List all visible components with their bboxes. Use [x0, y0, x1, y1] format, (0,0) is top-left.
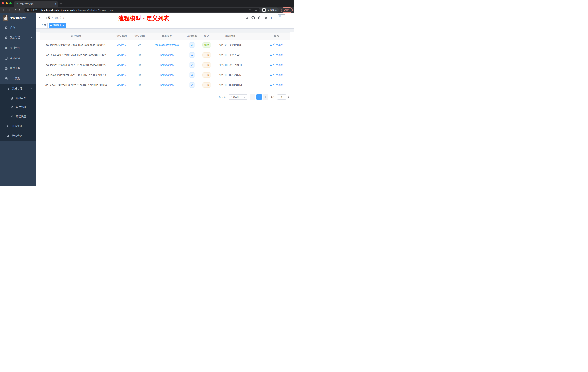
definition-name-link[interactable]: OA 请假 [117, 43, 126, 46]
chevron-down-icon [30, 125, 32, 128]
window-controls[interactable] [2, 2, 12, 4]
user-avatar[interactable] [278, 14, 285, 21]
goto-page-input[interactable] [277, 94, 286, 99]
sidebar-item-process-form[interactable]: 流程表单 [0, 94, 36, 103]
not-secure-warning-icon[interactable] [27, 8, 29, 12]
sidebar-item-process-model[interactable]: 流程模型 [0, 112, 36, 121]
definition-category: OA [138, 64, 141, 66]
sidebar-item-task-management[interactable]: 任务管理 [0, 121, 36, 131]
tab-search-chevron-icon[interactable] [289, 2, 291, 6]
sidebar-item-infrastructure[interactable]: 基础设施 [0, 53, 36, 63]
tag-process-definition[interactable]: 流程定义 ✕ [49, 23, 66, 28]
filler-cell [246, 70, 263, 80]
deploy-time: 2022-01-22 19:19:11 [219, 64, 242, 66]
definition-name-link[interactable]: OA 请假 [117, 63, 126, 66]
back-button[interactable] [1, 8, 6, 12]
home-button[interactable] [18, 8, 22, 12]
forward-button[interactable] [7, 8, 12, 12]
definition-category-cell: OA [131, 70, 148, 80]
sidebar-toggle-hamburger-icon[interactable] [36, 13, 45, 22]
chevron-down-icon [30, 67, 32, 70]
deploy-time: 2022-01-16 17:46:53 [219, 74, 242, 77]
assign-rule-button[interactable]: 分配规则 [270, 53, 283, 57]
definition-name-cell: OA 请假 [112, 60, 131, 70]
person-icon [270, 74, 272, 77]
status-badge: 挂起 [202, 72, 211, 77]
sidebar-item-dev-tools[interactable]: 研发工具 [0, 63, 36, 73]
help-question-icon[interactable] [258, 16, 262, 20]
browser-tab[interactable]: 芋道管理系统 ✕ [14, 1, 58, 7]
form-info-link[interactable]: /bpm/oa/flow [160, 54, 174, 56]
pagination: 共 5 条 10条/页 1 前往 页 [40, 94, 290, 99]
avatar-caret-down-icon[interactable] [288, 17, 290, 21]
version-badge: v3 [189, 62, 195, 67]
assign-rule-button[interactable]: 分配规则 [270, 73, 283, 77]
definition-id-cell: oa_leave:3:1fad3d93-7b75-11ec-a3c8-acde4… [40, 60, 112, 70]
tag-close-icon[interactable]: ✕ [63, 24, 64, 27]
status-badge: 挂起 [202, 82, 211, 88]
dashboard-icon [4, 25, 8, 30]
password-key-icon[interactable] [249, 8, 252, 12]
assign-rule-button[interactable]: 分配规则 [270, 43, 283, 47]
column-header-filler [246, 33, 263, 40]
sidebar-item-leave-query[interactable]: 请假查询 [0, 131, 36, 141]
form-info-link[interactable]: /bpm/oa/flow [160, 74, 174, 77]
address-bar[interactable]: 不安全 dashboard.yudao.iocoder.cn/bpm/manag… [24, 8, 260, 12]
chevron-up-icon [30, 87, 32, 90]
fullscreen-icon[interactable] [264, 16, 268, 20]
browser-update-button[interactable]: 更新 [281, 8, 293, 13]
definition-name-cell: OA 请假 [112, 70, 131, 80]
window-zoom-button[interactable] [10, 2, 12, 4]
app-title: 芋道管理系统 [10, 16, 26, 20]
bookmark-star-icon[interactable] [254, 8, 257, 12]
prev-page-button[interactable] [250, 94, 255, 99]
reload-button[interactable] [12, 8, 17, 12]
form-info-link[interactable]: /bpm/oa/flow [160, 84, 174, 87]
form-info-link[interactable]: /bpm/oa/leave/create [155, 44, 179, 46]
version-badge: v2 [189, 72, 195, 77]
sidebar-item-payment[interactable]: ¥ 支付管理 [0, 43, 36, 53]
tag-home[interactable]: 首页 [40, 23, 48, 28]
sidebar-item-user-group[interactable]: 用户分组 [0, 103, 36, 112]
pagination-total: 共 5 条 [219, 95, 226, 99]
definition-category: OA [138, 84, 141, 87]
next-page-button[interactable] [263, 94, 268, 99]
version-cell: v2 [185, 70, 199, 80]
assign-rule-button[interactable]: 分配规则 [270, 83, 283, 87]
page-number-button[interactable]: 1 [256, 94, 262, 99]
app-logo[interactable]: 芋道管理系统 [0, 13, 36, 22]
sidebar-item-workflow[interactable]: 工作流程 [0, 73, 36, 84]
window-minimize-button[interactable] [6, 2, 8, 4]
breadcrumb-home[interactable]: 首页 [45, 16, 50, 20]
person-icon [270, 44, 272, 47]
tag-label: 流程定义 [53, 24, 62, 27]
definition-name-cell: OA 请假 [112, 50, 131, 60]
chevron-up-icon [30, 77, 32, 80]
form-info-cell: /bpm/oa/flow [148, 80, 185, 90]
assign-rule-button[interactable]: 分配规则 [270, 63, 283, 67]
page-size-select[interactable]: 10条/页 [229, 94, 247, 99]
sidebar-item-home[interactable]: 首页 [0, 22, 36, 33]
version-cell: v5 [185, 40, 199, 50]
window-close-button[interactable] [2, 2, 4, 4]
deploy-time-cell: 2022-01-22 21:48:38 [215, 40, 246, 50]
sidebar: 芋道管理系统 首页 系统管理 ¥ 支付管理 基础设施 [0, 13, 36, 186]
definition-name-link[interactable]: OA 请假 [117, 53, 126, 56]
sidebar-item-process-management[interactable]: 流程管理 [0, 84, 36, 94]
definition-table: 定义编号 定义名称 定义分类 表单信息 流程版本 状态 部署时间 操作 oa_l… [40, 33, 290, 90]
sidebar-item-system[interactable]: 系统管理 [0, 33, 36, 43]
font-size-icon[interactable]: TT [271, 16, 274, 20]
column-header-name: 定义名称 [112, 33, 131, 40]
github-icon[interactable] [252, 16, 255, 20]
filler-cell [246, 40, 263, 50]
browser-menu-icon[interactable] [290, 9, 291, 11]
form-info-link[interactable]: /bpm/oa/flow [160, 64, 174, 66]
definition-name-link[interactable]: OA 请假 [117, 73, 126, 76]
search-icon[interactable] [245, 16, 249, 20]
new-tab-button[interactable]: + [60, 1, 62, 5]
chevron-down-icon [30, 46, 32, 49]
tags-view-bar: 首页 流程定义 ✕ [36, 22, 294, 29]
definition-name-link[interactable]: OA 请假 [117, 83, 126, 86]
tab-close-icon[interactable]: ✕ [54, 3, 56, 5]
version-badge: v1 [189, 82, 195, 88]
